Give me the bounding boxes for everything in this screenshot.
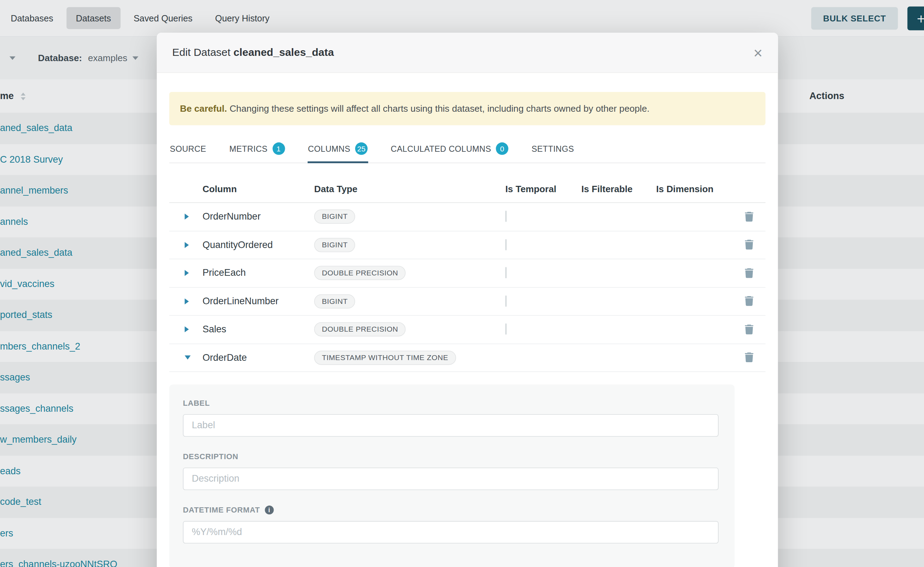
collapse-caret-icon[interactable] (185, 356, 191, 360)
is-temporal-checkbox[interactable] (505, 239, 506, 250)
trash-icon[interactable] (744, 324, 753, 334)
columns-table-header: Column Data Type Is Temporal Is Filterab… (169, 176, 765, 203)
description-field: DESCRIPTION (183, 452, 734, 490)
tab-settings[interactable]: SETTINGS (531, 134, 575, 163)
table-row: Sales DOUBLE PRECISION (169, 316, 765, 344)
trash-icon[interactable] (744, 212, 753, 222)
modal-tabs: SOURCE METRICS 1 COLUMNS 25 CALCULATED C… (169, 134, 765, 164)
warning-text: Changing these settings will affect all … (230, 103, 649, 114)
table-row: PriceEach DOUBLE PRECISION (169, 259, 765, 287)
warning-banner: Be careful. Changing these settings will… (169, 92, 765, 125)
description-input[interactable] (183, 468, 718, 490)
data-type-pill: DOUBLE PRECISION (314, 266, 406, 280)
label-field: LABEL (183, 399, 734, 436)
columns-table: Column Data Type Is Temporal Is Filterab… (169, 176, 765, 372)
expand-caret-icon[interactable] (185, 326, 189, 332)
expand-caret-icon[interactable] (185, 270, 189, 276)
data-type-pill: BIGINT (314, 294, 355, 309)
tab-calculated-columns[interactable]: CALCULATED COLUMNS 0 (390, 134, 509, 163)
is-temporal-checkbox[interactable] (505, 267, 506, 278)
expand-caret-icon[interactable] (185, 214, 189, 220)
columns-count-badge: 25 (355, 142, 367, 154)
tab-columns[interactable]: COLUMNS 25 (307, 134, 368, 163)
datetime-format-input[interactable] (183, 521, 718, 543)
is-temporal-checkbox[interactable] (505, 324, 506, 335)
is-temporal-checkbox[interactable] (505, 211, 506, 222)
label-input[interactable] (183, 414, 718, 436)
trash-icon[interactable] (744, 353, 753, 363)
calculated-columns-count-badge: 0 (496, 142, 508, 154)
trash-icon[interactable] (744, 240, 753, 250)
table-row: OrderNumber BIGINT (169, 203, 765, 231)
is-temporal-checkbox[interactable] (505, 296, 506, 307)
data-type-pill: TIMESTAMP WITHOUT TIME ZONE (314, 351, 456, 365)
trash-icon[interactable] (744, 296, 753, 306)
close-icon[interactable]: × (754, 45, 763, 60)
edit-dataset-modal: Edit Dataset cleaned_sales_data × Be car… (157, 33, 778, 567)
data-type-pill: DOUBLE PRECISION (314, 322, 406, 337)
modal-title: Edit Dataset cleaned_sales_data (172, 46, 334, 58)
column-detail-panel: LABEL DESCRIPTION DATETIME FORMAT (169, 384, 734, 567)
expand-caret-icon[interactable] (185, 242, 189, 248)
metrics-count-badge: 1 (272, 142, 284, 154)
table-row: OrderDate TIMESTAMP WITHOUT TIME ZONE (169, 344, 765, 372)
modal-body: Be careful. Changing these settings will… (157, 92, 778, 567)
info-icon (265, 506, 274, 514)
app-root: Databases Datasets Saved Queries Query H… (0, 0, 924, 567)
modal-title-dataset-name: cleaned_sales_data (233, 46, 334, 58)
table-row: QuantityOrdered BIGINT (169, 231, 765, 259)
trash-icon[interactable] (744, 268, 753, 278)
tab-metrics[interactable]: METRICS 1 (229, 134, 285, 163)
table-row: OrderLineNumber BIGINT (169, 287, 765, 315)
tab-source[interactable]: SOURCE (169, 134, 207, 163)
data-type-pill: BIGINT (314, 210, 355, 224)
datetime-format-field: DATETIME FORMAT (183, 506, 734, 543)
modal-title-prefix: Edit Dataset (172, 46, 231, 58)
data-type-pill: BIGINT (314, 238, 355, 252)
warning-bold: Be careful. (180, 103, 227, 114)
modal-header: Edit Dataset cleaned_sales_data × (157, 33, 778, 73)
expand-caret-icon[interactable] (185, 298, 189, 304)
